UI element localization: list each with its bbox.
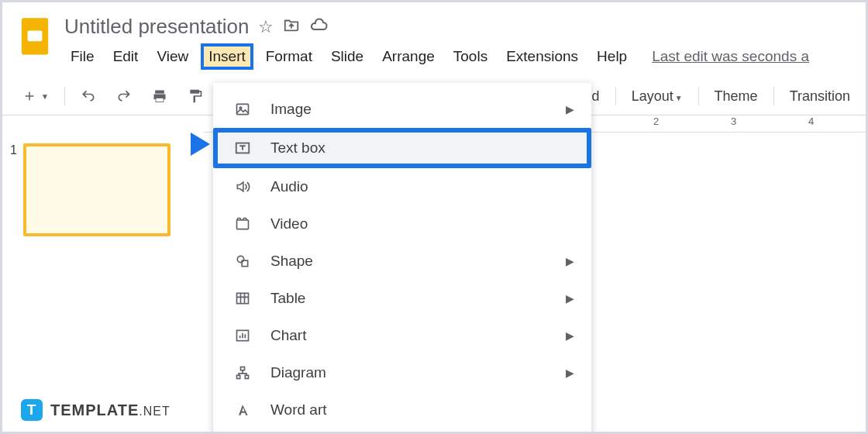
svg-rect-11: [237, 293, 249, 303]
insert-audio-item[interactable]: Audio: [213, 168, 591, 205]
svg-rect-1: [28, 31, 43, 42]
wordart-icon: [233, 402, 252, 418]
menu-help[interactable]: Help: [591, 43, 633, 70]
diagram-icon: [233, 365, 252, 381]
submenu-arrow-icon: ▶: [566, 367, 574, 379]
audio-icon: [233, 179, 252, 195]
insert-textbox-item[interactable]: Text box: [213, 128, 591, 168]
submenu-arrow-icon: ▶: [566, 329, 574, 342]
menu-view[interactable]: View: [150, 43, 195, 70]
print-button[interactable]: [147, 85, 172, 107]
watermark-badge-icon: T: [21, 399, 43, 421]
menu-item-label: Video: [270, 215, 308, 232]
submenu-arrow-icon: ▶: [566, 255, 574, 267]
menu-item-label: Text box: [270, 140, 326, 157]
move-folder-icon[interactable]: [283, 16, 300, 38]
insert-table-item[interactable]: Table ▶: [213, 280, 591, 317]
submenu-arrow-icon: ▶: [566, 103, 574, 115]
menu-format[interactable]: Format: [260, 43, 319, 70]
last-edit-link[interactable]: Last edit was seconds a: [652, 48, 809, 65]
menu-insert[interactable]: Insert: [201, 43, 253, 70]
textbox-icon: [233, 140, 252, 157]
separator: [773, 87, 774, 105]
insert-chart-item[interactable]: Chart ▶: [213, 317, 591, 354]
menu-arrange[interactable]: Arrange: [376, 43, 441, 70]
redo-button[interactable]: [112, 85, 136, 107]
watermark: T TEMPLATE.NET: [21, 399, 170, 421]
menu-item-label: Word art: [270, 401, 327, 418]
document-title[interactable]: Untitled presentation: [64, 15, 249, 39]
insert-dropdown-menu: Image ▶ Text box Audio Video Shape ▶ Tab…: [213, 83, 591, 434]
insert-image-item[interactable]: Image ▶: [213, 91, 591, 128]
separator: [698, 87, 699, 105]
annotation-arrow: [148, 125, 210, 166]
insert-wordart-item[interactable]: Word art: [213, 391, 591, 429]
chart-icon: [233, 328, 252, 343]
svg-rect-2: [155, 91, 164, 94]
transition-button[interactable]: Transition: [790, 88, 850, 105]
svg-rect-5: [237, 104, 249, 114]
paint-format-button[interactable]: [183, 85, 208, 107]
separator: [64, 87, 65, 105]
image-icon: [233, 102, 252, 117]
chevron-down-icon: ▼: [41, 92, 49, 101]
menu-item-label: Chart: [270, 327, 306, 344]
insert-shape-item[interactable]: Shape ▶: [213, 243, 591, 280]
slides-logo: [18, 15, 52, 61]
insert-diagram-item[interactable]: Diagram ▶: [213, 354, 591, 391]
star-icon[interactable]: ☆: [258, 17, 274, 37]
menu-tools[interactable]: Tools: [447, 43, 494, 70]
slide-number: 1: [10, 143, 17, 236]
svg-rect-14: [237, 375, 240, 378]
menu-item-label: Diagram: [270, 364, 326, 381]
insert-video-item[interactable]: Video: [213, 205, 591, 243]
menu-slide[interactable]: Slide: [325, 43, 370, 70]
slide-panel: 1: [2, 133, 204, 434]
svg-rect-8: [237, 220, 249, 229]
layout-button[interactable]: Layout▼: [632, 88, 683, 105]
new-slide-button[interactable]: ▼: [18, 86, 53, 106]
shape-icon: [233, 253, 252, 269]
submenu-arrow-icon: ▶: [566, 292, 574, 305]
cloud-status-icon[interactable]: [309, 16, 328, 39]
menu-edit[interactable]: Edit: [107, 43, 145, 70]
undo-button[interactable]: [76, 85, 101, 107]
menu-item-label: Audio: [270, 178, 308, 195]
menu-item-label: Table: [270, 290, 305, 307]
separator: [615, 87, 616, 105]
svg-rect-4: [156, 98, 164, 102]
table-icon: [233, 291, 252, 306]
svg-point-9: [237, 256, 243, 262]
menu-extensions[interactable]: Extensions: [500, 43, 584, 70]
menu-file[interactable]: File: [64, 43, 101, 70]
svg-rect-13: [241, 367, 245, 370]
video-icon: [233, 216, 252, 232]
menu-bar: File Edit View Insert Format Slide Arran…: [64, 43, 850, 70]
menu-item-label: Image: [270, 101, 312, 118]
theme-button[interactable]: Theme: [715, 88, 758, 105]
svg-rect-15: [245, 375, 248, 378]
chevron-down-icon: ▼: [675, 94, 683, 102]
menu-item-label: Shape: [270, 253, 313, 270]
